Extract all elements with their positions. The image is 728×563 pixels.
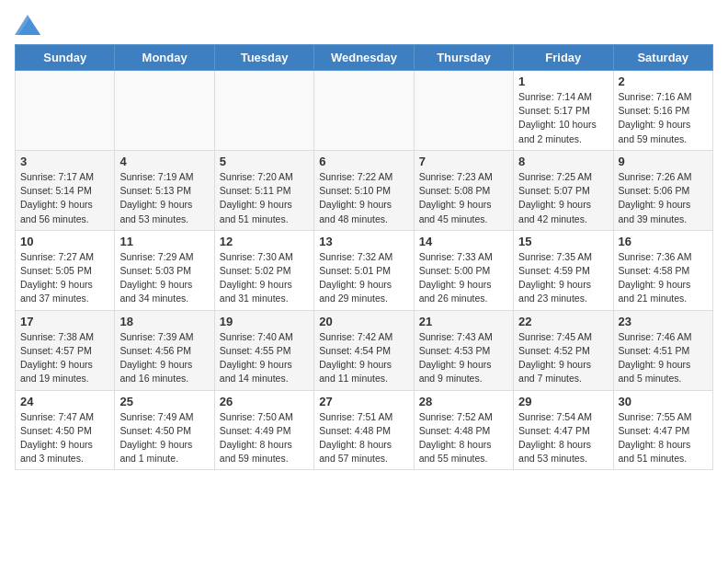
day-number: 24 bbox=[20, 395, 109, 408]
day-info: Sunrise: 7:39 AM Sunset: 4:56 PM Dayligh… bbox=[119, 330, 209, 386]
calendar-cell: 1Sunrise: 7:14 AM Sunset: 5:17 PM Daylig… bbox=[514, 71, 613, 151]
day-info: Sunrise: 7:35 AM Sunset: 4:59 PM Dayligh… bbox=[518, 250, 608, 306]
weekday-header: Wednesday bbox=[314, 45, 414, 71]
day-info: Sunrise: 7:42 AM Sunset: 4:54 PM Dayligh… bbox=[319, 330, 408, 386]
calendar-cell: 13Sunrise: 7:32 AM Sunset: 5:01 PM Dayli… bbox=[314, 230, 414, 310]
calendar-cell: 26Sunrise: 7:50 AM Sunset: 4:49 PM Dayli… bbox=[214, 390, 313, 470]
day-info: Sunrise: 7:25 AM Sunset: 5:07 PM Dayligh… bbox=[518, 170, 608, 226]
day-number: 19 bbox=[220, 315, 309, 328]
day-info: Sunrise: 7:22 AM Sunset: 5:10 PM Dayligh… bbox=[319, 170, 408, 226]
day-number: 8 bbox=[518, 155, 608, 168]
calendar-week-row: 3Sunrise: 7:17 AM Sunset: 5:14 PM Daylig… bbox=[16, 150, 713, 230]
day-info: Sunrise: 7:36 AM Sunset: 4:58 PM Dayligh… bbox=[619, 250, 708, 306]
calendar-week-row: 10Sunrise: 7:27 AM Sunset: 5:05 PM Dayli… bbox=[16, 230, 713, 310]
day-number: 23 bbox=[619, 315, 708, 328]
day-number: 4 bbox=[119, 155, 209, 168]
day-number: 5 bbox=[220, 155, 309, 168]
calendar-cell: 7Sunrise: 7:23 AM Sunset: 5:08 PM Daylig… bbox=[414, 150, 513, 230]
calendar-week-row: 17Sunrise: 7:38 AM Sunset: 4:57 PM Dayli… bbox=[16, 310, 713, 390]
day-number: 3 bbox=[20, 155, 109, 168]
day-number: 7 bbox=[419, 155, 508, 168]
day-info: Sunrise: 7:27 AM Sunset: 5:05 PM Dayligh… bbox=[20, 250, 109, 306]
day-info: Sunrise: 7:20 AM Sunset: 5:11 PM Dayligh… bbox=[220, 170, 309, 226]
calendar-cell: 30Sunrise: 7:55 AM Sunset: 4:47 PM Dayli… bbox=[613, 390, 712, 470]
calendar-cell bbox=[314, 71, 414, 151]
calendar-week-row: 1Sunrise: 7:14 AM Sunset: 5:17 PM Daylig… bbox=[16, 71, 713, 151]
calendar-cell: 18Sunrise: 7:39 AM Sunset: 4:56 PM Dayli… bbox=[115, 310, 214, 390]
day-info: Sunrise: 7:47 AM Sunset: 4:50 PM Dayligh… bbox=[20, 410, 109, 466]
day-info: Sunrise: 7:40 AM Sunset: 4:55 PM Dayligh… bbox=[220, 330, 309, 386]
day-info: Sunrise: 7:19 AM Sunset: 5:13 PM Dayligh… bbox=[119, 170, 209, 226]
day-info: Sunrise: 7:16 AM Sunset: 5:16 PM Dayligh… bbox=[619, 90, 708, 146]
calendar-cell: 4Sunrise: 7:19 AM Sunset: 5:13 PM Daylig… bbox=[115, 150, 214, 230]
day-info: Sunrise: 7:33 AM Sunset: 5:00 PM Dayligh… bbox=[419, 250, 508, 306]
calendar-cell: 8Sunrise: 7:25 AM Sunset: 5:07 PM Daylig… bbox=[514, 150, 613, 230]
day-info: Sunrise: 7:23 AM Sunset: 5:08 PM Dayligh… bbox=[419, 170, 508, 226]
calendar-cell: 17Sunrise: 7:38 AM Sunset: 4:57 PM Dayli… bbox=[16, 310, 115, 390]
day-number: 11 bbox=[119, 235, 209, 248]
calendar-cell: 27Sunrise: 7:51 AM Sunset: 4:48 PM Dayli… bbox=[314, 390, 414, 470]
calendar-cell: 16Sunrise: 7:36 AM Sunset: 4:58 PM Dayli… bbox=[613, 230, 712, 310]
weekday-header: Monday bbox=[115, 45, 214, 71]
day-number: 9 bbox=[619, 155, 708, 168]
calendar-cell bbox=[115, 71, 214, 151]
calendar-cell: 14Sunrise: 7:33 AM Sunset: 5:00 PM Dayli… bbox=[414, 230, 513, 310]
weekday-header-row: SundayMondayTuesdayWednesdayThursdayFrid… bbox=[16, 45, 713, 71]
day-number: 15 bbox=[518, 235, 608, 248]
day-number: 17 bbox=[20, 315, 109, 328]
day-number: 6 bbox=[319, 155, 408, 168]
day-info: Sunrise: 7:43 AM Sunset: 4:53 PM Dayligh… bbox=[419, 330, 508, 386]
calendar-cell bbox=[16, 71, 115, 151]
day-info: Sunrise: 7:46 AM Sunset: 4:51 PM Dayligh… bbox=[619, 330, 708, 386]
day-info: Sunrise: 7:55 AM Sunset: 4:47 PM Dayligh… bbox=[619, 410, 708, 466]
calendar-cell: 28Sunrise: 7:52 AM Sunset: 4:48 PM Dayli… bbox=[414, 390, 513, 470]
day-info: Sunrise: 7:50 AM Sunset: 4:49 PM Dayligh… bbox=[220, 410, 309, 466]
day-number: 20 bbox=[319, 315, 408, 328]
day-info: Sunrise: 7:45 AM Sunset: 4:52 PM Dayligh… bbox=[518, 330, 608, 386]
day-info: Sunrise: 7:51 AM Sunset: 4:48 PM Dayligh… bbox=[319, 410, 408, 466]
day-number: 1 bbox=[518, 75, 608, 88]
calendar-cell: 11Sunrise: 7:29 AM Sunset: 5:03 PM Dayli… bbox=[115, 230, 214, 310]
calendar-cell: 29Sunrise: 7:54 AM Sunset: 4:47 PM Dayli… bbox=[514, 390, 613, 470]
day-number: 10 bbox=[20, 235, 109, 248]
day-info: Sunrise: 7:52 AM Sunset: 4:48 PM Dayligh… bbox=[419, 410, 508, 466]
calendar-cell: 23Sunrise: 7:46 AM Sunset: 4:51 PM Dayli… bbox=[613, 310, 712, 390]
day-info: Sunrise: 7:29 AM Sunset: 5:03 PM Dayligh… bbox=[119, 250, 209, 306]
logo-icon bbox=[15, 15, 40, 35]
day-number: 25 bbox=[119, 395, 209, 408]
weekday-header: Thursday bbox=[414, 45, 513, 71]
calendar-week-row: 24Sunrise: 7:47 AM Sunset: 4:50 PM Dayli… bbox=[16, 390, 713, 470]
calendar-cell: 20Sunrise: 7:42 AM Sunset: 4:54 PM Dayli… bbox=[314, 310, 414, 390]
calendar-cell: 3Sunrise: 7:17 AM Sunset: 5:14 PM Daylig… bbox=[16, 150, 115, 230]
calendar-cell: 12Sunrise: 7:30 AM Sunset: 5:02 PM Dayli… bbox=[214, 230, 313, 310]
day-number: 14 bbox=[419, 235, 508, 248]
day-number: 29 bbox=[518, 395, 608, 408]
day-info: Sunrise: 7:54 AM Sunset: 4:47 PM Dayligh… bbox=[518, 410, 608, 466]
logo bbox=[15, 15, 44, 35]
calendar-cell: 2Sunrise: 7:16 AM Sunset: 5:16 PM Daylig… bbox=[613, 71, 712, 151]
day-number: 28 bbox=[419, 395, 508, 408]
calendar-cell: 5Sunrise: 7:20 AM Sunset: 5:11 PM Daylig… bbox=[214, 150, 313, 230]
calendar-cell: 21Sunrise: 7:43 AM Sunset: 4:53 PM Dayli… bbox=[414, 310, 513, 390]
day-number: 30 bbox=[619, 395, 708, 408]
calendar-cell: 6Sunrise: 7:22 AM Sunset: 5:10 PM Daylig… bbox=[314, 150, 414, 230]
day-number: 27 bbox=[319, 395, 408, 408]
page-header bbox=[15, 15, 713, 35]
weekday-header: Saturday bbox=[613, 45, 712, 71]
calendar-cell bbox=[414, 71, 513, 151]
weekday-header: Sunday bbox=[16, 45, 115, 71]
day-number: 26 bbox=[220, 395, 309, 408]
day-info: Sunrise: 7:38 AM Sunset: 4:57 PM Dayligh… bbox=[20, 330, 109, 386]
day-number: 12 bbox=[220, 235, 309, 248]
day-number: 2 bbox=[619, 75, 708, 88]
day-info: Sunrise: 7:17 AM Sunset: 5:14 PM Dayligh… bbox=[20, 170, 109, 226]
calendar-cell: 22Sunrise: 7:45 AM Sunset: 4:52 PM Dayli… bbox=[514, 310, 613, 390]
day-number: 21 bbox=[419, 315, 508, 328]
calendar-cell: 15Sunrise: 7:35 AM Sunset: 4:59 PM Dayli… bbox=[514, 230, 613, 310]
day-number: 22 bbox=[518, 315, 608, 328]
calendar-cell: 9Sunrise: 7:26 AM Sunset: 5:06 PM Daylig… bbox=[613, 150, 712, 230]
calendar-table: SundayMondayTuesdayWednesdayThursdayFrid… bbox=[15, 44, 713, 470]
day-info: Sunrise: 7:30 AM Sunset: 5:02 PM Dayligh… bbox=[220, 250, 309, 306]
weekday-header: Tuesday bbox=[214, 45, 313, 71]
calendar-cell: 24Sunrise: 7:47 AM Sunset: 4:50 PM Dayli… bbox=[16, 390, 115, 470]
